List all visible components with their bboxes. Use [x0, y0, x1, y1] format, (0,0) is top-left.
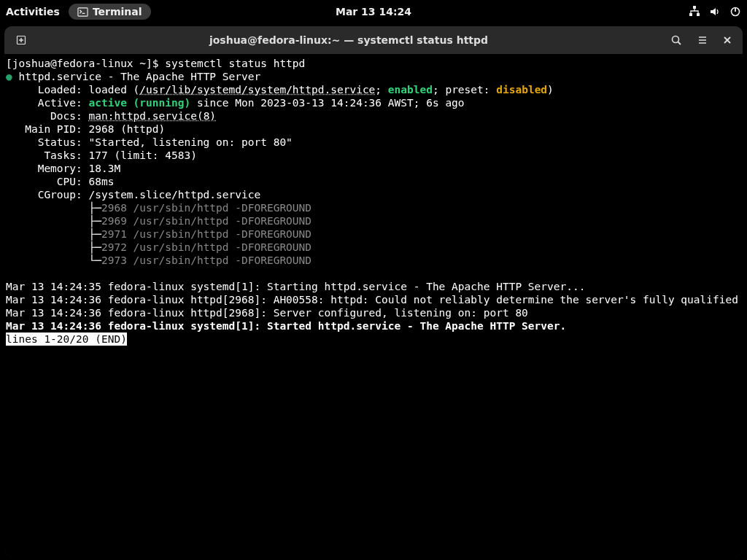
active-app-label: Terminal — [93, 6, 142, 18]
docs-link: man:httpd.service(8) — [89, 110, 217, 122]
pid: 2972 — [101, 241, 127, 253]
tasks-line: Tasks: 177 (limit: 4583) — [6, 149, 197, 161]
clock[interactable]: Mar 13 14:24 — [336, 6, 411, 18]
active-app-indicator[interactable]: Terminal — [69, 4, 151, 20]
pid: 2973 — [101, 254, 127, 266]
hamburger-menu-button[interactable] — [692, 29, 713, 51]
journal-line: Mar 13 14:24:36 fedora-linux systemd[1]:… — [6, 320, 566, 332]
svg-rect-3 — [689, 13, 692, 16]
svg-point-10 — [673, 36, 679, 43]
svg-line-11 — [678, 42, 681, 45]
preset-state: disabled — [496, 84, 547, 96]
terminal-window: joshua@fedora-linux:~ — systemctl status… — [4, 26, 743, 557]
pid: 2969 — [101, 215, 127, 227]
loaded-label: Loaded: — [6, 84, 89, 96]
new-tab-button[interactable] — [10, 29, 32, 51]
terminal-app-icon — [77, 7, 88, 18]
cgroup-line: CGroup: /system.slice/httpd.service — [6, 189, 260, 201]
journal-line: Mar 13 14:24:36 fedora-linux httpd[2968]… — [6, 307, 528, 319]
close-icon — [723, 36, 732, 44]
active-state: active (running) — [89, 97, 191, 109]
hamburger-icon — [697, 34, 708, 46]
active-label: Active: — [6, 97, 89, 109]
shell-prompt: [joshua@fedora-linux ~]$ — [6, 58, 165, 69]
pager-status-line: lines 1-20/20 (END) — [6, 332, 127, 346]
service-name-line: httpd.service - The Apache HTTP Server — [18, 71, 260, 82]
active-since: since Mon 2023-03-13 14:24:36 AWST; 6s a… — [190, 97, 464, 109]
search-button[interactable] — [665, 29, 687, 51]
svg-rect-0 — [78, 7, 88, 15]
terminal-output[interactable]: [joshua@fedora-linux ~]$ systemctl statu… — [4, 54, 743, 557]
enabled-state: enabled — [388, 84, 433, 96]
volume-icon[interactable] — [709, 6, 721, 18]
status-line: Status: "Started, listening on: port 80" — [6, 136, 293, 148]
gnome-top-panel: Activities Terminal Mar 13 14:24 — [0, 0, 747, 23]
search-icon — [670, 34, 682, 46]
main-pid-line: Main PID: 2968 (httpd) — [6, 123, 165, 135]
pid: 2968 — [101, 202, 127, 214]
journal-line: Mar 13 14:24:35 fedora-linux systemd[1]:… — [6, 281, 585, 292]
power-icon[interactable] — [729, 6, 741, 18]
close-window-button[interactable] — [718, 29, 737, 51]
pid: 2971 — [101, 228, 127, 240]
network-icon[interactable] — [689, 6, 700, 18]
window-title: joshua@fedora-linux:~ — systemctl status… — [38, 34, 659, 46]
typed-command: systemctl status httpd — [165, 58, 305, 69]
window-titlebar: joshua@fedora-linux:~ — systemctl status… — [4, 26, 743, 54]
docs-label: Docs: — [6, 110, 89, 122]
cpu-line: CPU: 68ms — [6, 176, 114, 187]
activities-button[interactable]: Activities — [6, 6, 60, 18]
unit-file-path: /usr/lib/systemd/system/httpd.service — [139, 84, 375, 96]
journal-line: Mar 13 14:24:36 fedora-linux httpd[2968]… — [6, 294, 743, 306]
status-dot-icon: ● — [6, 71, 12, 82]
svg-rect-2 — [693, 6, 696, 9]
svg-rect-4 — [697, 13, 700, 16]
memory-line: Memory: 18.3M — [6, 163, 120, 174]
